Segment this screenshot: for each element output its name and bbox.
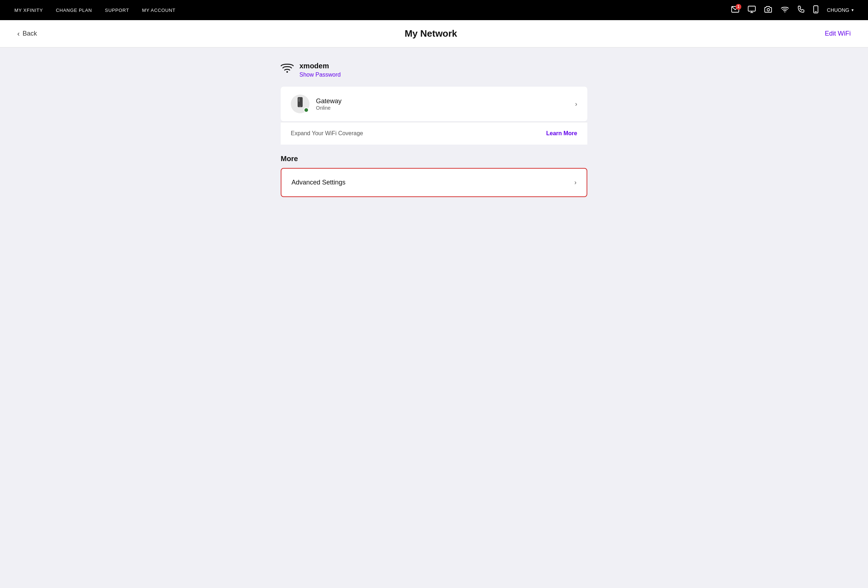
- show-password-button[interactable]: Show Password: [300, 72, 341, 78]
- gateway-icon-wrap: [291, 94, 310, 113]
- nav-my-xfinity[interactable]: MY XFINITY: [15, 7, 43, 13]
- devices-card: Gateway Online ›: [281, 87, 587, 121]
- wifi-nav-icon[interactable]: [781, 6, 789, 15]
- svg-rect-9: [298, 97, 303, 107]
- svg-rect-1: [748, 6, 755, 11]
- mail-icon[interactable]: 1: [731, 6, 739, 15]
- advanced-settings-label: Advanced Settings: [291, 179, 345, 186]
- monitor-icon[interactable]: [748, 6, 756, 15]
- online-status-dot: [304, 108, 309, 113]
- main-content: xmodem Show Password Gatew: [272, 62, 596, 197]
- more-heading: More: [281, 155, 587, 163]
- back-label: Back: [23, 30, 37, 37]
- back-button[interactable]: ‹ Back: [17, 29, 37, 38]
- ssid-label: xmodem: [300, 62, 341, 70]
- user-menu[interactable]: CHUONG ▾: [827, 7, 853, 13]
- more-section: More Advanced Settings ›: [281, 155, 587, 197]
- network-name-section: xmodem Show Password: [281, 62, 587, 78]
- back-arrow-icon: ‹: [17, 29, 20, 38]
- edit-wifi-button[interactable]: Edit WiFi: [825, 30, 851, 37]
- mobile-icon[interactable]: [813, 5, 818, 15]
- gateway-device-icon: [296, 97, 304, 111]
- nav-my-account[interactable]: MY ACCOUNT: [142, 7, 176, 13]
- advanced-settings-button[interactable]: Advanced Settings ›: [281, 168, 587, 197]
- wifi-large-icon: [281, 63, 294, 75]
- svg-point-5: [784, 11, 785, 12]
- gateway-chevron-icon: ›: [575, 100, 577, 108]
- advanced-settings-chevron-icon: ›: [574, 179, 577, 186]
- gateway-status-label: Online: [316, 105, 341, 111]
- network-info: xmodem Show Password: [300, 62, 341, 78]
- mail-badge: 1: [735, 4, 741, 10]
- camera-icon[interactable]: [765, 6, 772, 15]
- nav-icons: 1: [731, 5, 853, 15]
- gateway-row[interactable]: Gateway Online ›: [281, 87, 587, 121]
- phone-icon[interactable]: [797, 6, 805, 15]
- navbar: MY XFINITY CHANGE PLAN SUPPORT MY ACCOUN…: [0, 0, 868, 20]
- expand-wifi-row: Expand Your WiFi Coverage Learn More: [281, 122, 587, 144]
- nav-links: MY XFINITY CHANGE PLAN SUPPORT MY ACCOUN…: [15, 7, 176, 13]
- page-title: My Network: [404, 28, 457, 39]
- nav-support[interactable]: SUPPORT: [105, 7, 129, 13]
- nav-change-plan[interactable]: CHANGE PLAN: [56, 7, 92, 13]
- gateway-info: Gateway Online: [291, 94, 341, 113]
- username-label: CHUONG: [827, 7, 849, 13]
- svg-point-8: [286, 71, 288, 73]
- page-header: ‹ Back My Network Edit WiFi: [0, 20, 868, 47]
- learn-more-button[interactable]: Learn More: [546, 130, 577, 137]
- gateway-text: Gateway Online: [316, 97, 341, 111]
- expand-wifi-text: Expand Your WiFi Coverage: [291, 130, 363, 137]
- svg-point-4: [767, 8, 769, 11]
- gateway-name-label: Gateway: [316, 97, 341, 105]
- svg-point-11: [300, 106, 301, 107]
- user-chevron-icon: ▾: [852, 7, 853, 13]
- svg-rect-10: [299, 98, 300, 102]
